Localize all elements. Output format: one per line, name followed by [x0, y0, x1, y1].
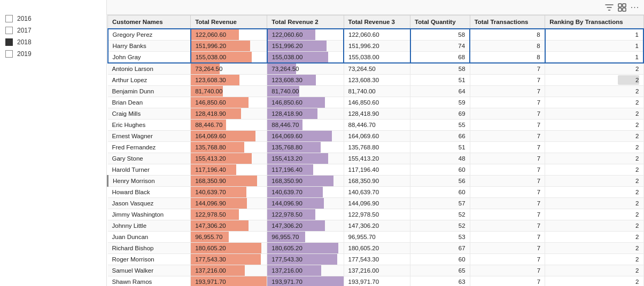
total-revenue-2-cell: 155,038.00: [267, 52, 344, 63]
slicer-label-2019: 2019: [17, 50, 32, 58]
total-revenue-2-cell: 128,418.90: [267, 108, 344, 120]
total-revenue-2-cell: 144,096.90: [267, 198, 344, 209]
slicer-item-2017[interactable]: 2017: [4, 25, 102, 36]
total-revenue-3-cell: 122,978.50: [344, 209, 410, 220]
total-revenue-2-cell: 147,306.20: [267, 220, 344, 232]
customer-name-cell: Arthur Lopez: [108, 75, 191, 86]
table-row[interactable]: Arthur Lopez 123,608.30 123,608.30 123,6…: [108, 75, 644, 86]
total-revenue-3-cell: 147,306.20: [344, 220, 410, 232]
total-transactions-cell: 7: [470, 209, 545, 220]
total-transactions-cell: 7: [470, 220, 545, 232]
col-header-total-transactions[interactable]: Total Transactions: [470, 15, 545, 29]
total-transactions-cell: 7: [470, 276, 545, 287]
table-row[interactable]: Howard Black 140,639.70 140,639.70 140,6…: [108, 187, 644, 198]
customer-name-cell: Samuel Walker: [108, 265, 191, 276]
total-quantity-cell: 60: [410, 164, 470, 176]
total-revenue-cell: 81,740.00: [191, 86, 267, 97]
total-transactions-cell: 8: [470, 29, 545, 41]
filter-icon[interactable]: [604, 3, 614, 12]
table-row[interactable]: Johnny Little 147,306.20 147,306.20 147,…: [108, 220, 644, 232]
total-transactions-cell: 7: [470, 187, 545, 198]
total-transactions-cell: 8: [470, 52, 545, 63]
total-quantity-cell: 60: [410, 187, 470, 198]
total-revenue-2-cell: 193,971.70: [267, 276, 344, 287]
total-revenue-cell: 147,306.20: [191, 220, 267, 232]
table-row[interactable]: Eric Hughes 88,446.70 88,446.70 88,446.7…: [108, 120, 644, 131]
col-header-total-revenue-3[interactable]: Total Revenue 3: [344, 15, 410, 29]
slicer-checkbox-2019[interactable]: [5, 50, 13, 58]
table-row[interactable]: Craig Mills 128,418.90 128,418.90 128,41…: [108, 108, 644, 120]
table-row[interactable]: Ernest Wagner 164,069.60 164,069.60 164,…: [108, 131, 644, 142]
table-row[interactable]: Samuel Walker 137,216.00 137,216.00 137,…: [108, 265, 644, 276]
table-row[interactable]: Jason Vasquez 144,096.90 144,096.90 144,…: [108, 198, 644, 209]
table-view-icon[interactable]: [617, 3, 627, 12]
slicer-label-2018: 2018: [17, 38, 32, 46]
ranking-by-transactions-cell: 2: [545, 63, 643, 75]
total-revenue-3-cell: 177,543.30: [344, 254, 410, 265]
total-revenue-3-cell: 155,038.00: [344, 52, 410, 63]
slicer-checkbox-2017[interactable]: [5, 27, 13, 34]
total-transactions-cell: 7: [470, 265, 545, 276]
total-revenue-2-cell: 151,996.20: [267, 41, 344, 52]
col-header-total-quantity[interactable]: Total Quantity: [410, 15, 470, 29]
total-revenue-3-cell: 164,069.60: [344, 131, 410, 142]
table-row[interactable]: Antonio Larson 73,264.50 73,264.50 73,26…: [108, 63, 644, 75]
slicer-checkbox-2016[interactable]: [5, 15, 13, 22]
table-row[interactable]: Jimmy Washington 122,978.50 122,978.50 1…: [108, 209, 644, 220]
total-revenue-cell: 164,069.60: [191, 131, 267, 142]
table-row[interactable]: John Gray 155,038.00 155,038.00 155,038.…: [108, 52, 644, 63]
slicer-item-2016[interactable]: 2016: [4, 13, 102, 25]
total-quantity-cell: 55: [410, 120, 470, 131]
more-options-icon[interactable]: ···: [630, 3, 640, 12]
total-transactions-cell: 7: [470, 232, 545, 243]
slicer-items-container: 2016201720182019: [4, 13, 102, 60]
col-header-customer-names[interactable]: Customer Names: [108, 15, 191, 29]
col-header-total-revenue[interactable]: Total Revenue: [191, 15, 267, 29]
total-revenue-3-cell: 144,096.90: [344, 198, 410, 209]
table-row[interactable]: Gary Stone 155,413.20 155,413.20 155,413…: [108, 153, 644, 164]
table-row[interactable]: Henry Morrison 168,350.90 168,350.90 168…: [108, 176, 644, 187]
table-row[interactable]: Harry Banks 151,996.20 151,996.20 151,99…: [108, 41, 644, 52]
total-transactions-cell: 7: [470, 131, 545, 142]
table-row[interactable]: Juan Duncan 96,955.70 96,955.70 96,955.7…: [108, 232, 644, 243]
table-row[interactable]: Benjamin Dunn 81,740.00 81,740.00 81,740…: [108, 86, 644, 97]
total-transactions-cell: 7: [470, 176, 545, 187]
table-row[interactable]: Richard Bishop 180,605.20 180,605.20 180…: [108, 243, 644, 254]
total-revenue-cell: 193,971.70: [191, 276, 267, 287]
table-row[interactable]: Shawn Ramos 193,971.70 193,971.70 193,97…: [108, 276, 644, 287]
total-revenue-3-cell: 155,413.20: [344, 153, 410, 164]
customer-name-cell: Harold Turner: [108, 164, 191, 176]
table-row[interactable]: Fred Fernandez 135,768.80 135,768.80 135…: [108, 142, 644, 153]
table-row[interactable]: Roger Morrison 177,543.30 177,543.30 177…: [108, 254, 644, 265]
ranking-by-transactions-cell: 2: [545, 142, 643, 153]
total-transactions-cell: 7: [470, 75, 545, 86]
ranking-by-transactions-cell: 2: [545, 276, 643, 287]
slicer-item-2019[interactable]: 2019: [4, 48, 102, 60]
total-quantity-cell: 48: [410, 153, 470, 164]
total-revenue-cell: 96,955.70: [191, 232, 267, 243]
total-revenue-cell: 177,543.30: [191, 254, 267, 265]
total-revenue-2-cell: 73,264.50: [267, 63, 344, 75]
total-revenue-3-cell: 146,850.60: [344, 97, 410, 108]
data-table-container[interactable]: Customer NamesTotal RevenueTotal Revenue…: [107, 15, 644, 286]
total-revenue-cell: 128,418.90: [191, 108, 267, 120]
customer-name-cell: Juan Duncan: [108, 232, 191, 243]
slicer-panel: 2016201720182019: [0, 0, 107, 286]
total-revenue-2-cell: 88,446.70: [267, 120, 344, 131]
total-revenue-3-cell: 137,216.00: [344, 265, 410, 276]
slicer-item-2018[interactable]: 2018: [4, 36, 102, 48]
col-header-ranking-by-transactions[interactable]: Ranking By Transactions: [545, 15, 643, 29]
table-row[interactable]: Harold Turner 117,196.40 117,196.40 117,…: [108, 164, 644, 176]
total-revenue-2-cell: 117,196.40: [267, 164, 344, 176]
total-transactions-cell: 8: [470, 41, 545, 52]
col-header-total-revenue-2[interactable]: Total Revenue 2: [267, 15, 344, 29]
table-row[interactable]: Gregory Perez 122,060.60 122,060.60 122,…: [108, 29, 644, 41]
total-quantity-cell: 51: [410, 142, 470, 153]
slicer-checkbox-2018[interactable]: [5, 38, 13, 46]
table-row[interactable]: Brian Dean 146,850.60 146,850.60 146,850…: [108, 97, 644, 108]
svg-rect-1: [623, 4, 626, 7]
total-transactions-cell: 7: [470, 164, 545, 176]
total-transactions-cell: 7: [470, 63, 545, 75]
slicer-title: [4, 5, 102, 7]
total-quantity-cell: 53: [410, 232, 470, 243]
